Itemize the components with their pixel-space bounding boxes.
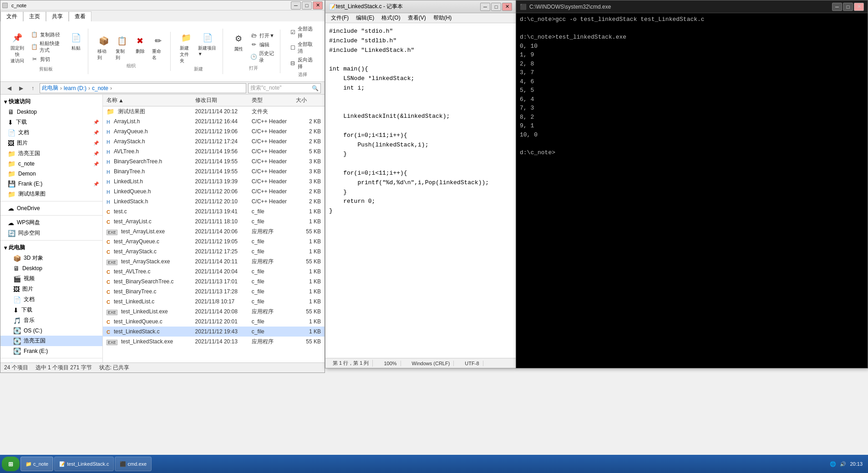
table-row[interactable]: H LinkedStack.h 2021/11/12 20:10 C/C++ H… xyxy=(103,196,325,206)
tab-home[interactable]: 主页 xyxy=(23,11,46,21)
table-row[interactable]: H ArrayStack.h 2021/11/12 17:24 C/C++ He… xyxy=(103,136,325,146)
open-button[interactable]: 🗁 打开▼ xyxy=(249,31,276,40)
sidebar-item-frank2[interactable]: 💽 Frank (E:) xyxy=(0,346,102,356)
table-row[interactable]: H BinarySearchTree.h 2021/11/14 19:55 C/… xyxy=(103,156,325,166)
notepad-menu-view[interactable]: 查看(V) xyxy=(404,13,430,23)
move-button[interactable]: 📦 移动到 xyxy=(96,34,112,62)
sidebar-item-videos[interactable]: 🎬 视频 xyxy=(0,273,102,284)
notepad-editor[interactable]: #include "stdio.h" #include "stdlib.h" #… xyxy=(325,23,516,358)
back-button[interactable]: ◀ xyxy=(4,83,14,93)
sidebar-item-wps[interactable]: ☁ WPS网盘 xyxy=(0,217,102,228)
sidebar-item-documents2[interactable]: 📄 文档 xyxy=(0,294,102,305)
cut-icon: ✂ xyxy=(31,55,38,63)
this-pc-header[interactable]: ▾ 此电脑 xyxy=(0,242,102,253)
sidebar-item-frank[interactable]: 💾 Frank (E:) 📌 xyxy=(0,179,102,189)
deselect-button[interactable]: ☐ 全部取消 xyxy=(288,40,317,55)
col-header-size[interactable]: 大小 xyxy=(294,96,323,104)
table-row[interactable]: H ArrayQueue.h 2021/11/12 19:06 C/C++ He… xyxy=(103,126,325,136)
table-row[interactable]: 📁 测试结果图 2021/11/14 20:12 文件夹 xyxy=(103,106,325,116)
table-row[interactable]: C test_ArrayList.c 2021/11/11 18:10 c_fi… xyxy=(103,216,325,226)
table-row[interactable]: C test_ArrayStack.c 2021/11/12 17:25 c_f… xyxy=(103,247,325,257)
sidebar-item-documents[interactable]: 📄 文档 📌 xyxy=(0,127,102,138)
table-row[interactable]: C test_LinkedQueue.c 2021/11/12 20:01 c_… xyxy=(103,317,325,327)
table-row[interactable]: C test_LinkedStack.c 2021/11/12 19:43 c_… xyxy=(103,327,325,337)
sidebar-item-downloads[interactable]: ⬇ 下载 📌 xyxy=(0,117,102,127)
properties-button[interactable]: ⚙ 属性 xyxy=(230,31,247,53)
sidebar-item-test-results[interactable]: 📁 测试结果图 xyxy=(0,189,102,199)
table-row[interactable]: EXE test_ArrayList.exe 2021/11/14 20:06 … xyxy=(103,226,325,236)
sidebar-item-pictures[interactable]: 🖼 图片 📌 xyxy=(0,138,102,148)
search-input[interactable]: 搜索"c_note" 🔍 xyxy=(248,83,321,93)
sidebar-item-pictures2[interactable]: 🖼 图片 xyxy=(0,284,102,294)
pin-button[interactable]: 📌 固定到快速访问 xyxy=(8,30,27,65)
taskbar-explorer[interactable]: 📁 c_note xyxy=(20,457,53,471)
rename-button[interactable]: ✏ 重命名 xyxy=(150,34,167,62)
table-row[interactable]: C test_ArrayQueue.c 2021/11/12 19:05 c_f… xyxy=(103,236,325,247)
notepad-close[interactable]: ✕ xyxy=(502,3,512,11)
forward-button[interactable]: ▶ xyxy=(16,83,26,93)
address-input[interactable]: 此电脑 › learn (D:) › c_note › xyxy=(40,83,246,93)
table-row[interactable]: C test_BinarySearchTree.c 2021/11/13 17:… xyxy=(103,277,325,287)
sidebar-item-osc[interactable]: 💽 OS (C:) xyxy=(0,326,102,336)
taskbar-cmd[interactable]: ⬛ cmd.exe xyxy=(115,457,152,471)
col-header-name[interactable]: 名称 ▲ xyxy=(105,96,193,104)
table-row[interactable]: C test_BinaryTree.c 2021/11/13 17:28 c_f… xyxy=(103,287,325,297)
invert-select-button[interactable]: ⊟ 反向选择 xyxy=(288,56,317,70)
table-row[interactable]: C test_LinkedList.c 2021/11/8 10:17 c_fi… xyxy=(103,297,325,307)
sidebar-item-desktop2[interactable]: 🖥 Desktop xyxy=(0,263,102,273)
close-button[interactable]: ✕ xyxy=(313,1,323,10)
copy-path-button[interactable]: 📋 复制路径 xyxy=(29,30,66,39)
cmd-content[interactable]: d:\c_note>gcc -o test_linkedStack test_L… xyxy=(516,13,868,368)
sidebar-item-3d[interactable]: 📦 3D 对象 xyxy=(0,253,102,263)
paste-button[interactable]: 📄 粘贴 xyxy=(68,30,84,52)
cmd-close[interactable]: ✕ xyxy=(854,3,864,11)
copy-to-button[interactable]: 📋 复制到 xyxy=(114,34,130,62)
tab-view[interactable]: 查看 xyxy=(69,11,91,21)
cmd-maximize[interactable]: □ xyxy=(843,3,853,11)
sidebar-item-sync[interactable]: 🔄 同步空间 xyxy=(0,228,102,238)
table-row[interactable]: H BinaryTree.h 2021/11/14 19:55 C/C++ He… xyxy=(103,166,325,176)
tab-file[interactable]: 文件 xyxy=(0,11,23,21)
quick-access-header[interactable]: ▾ 快速访问 xyxy=(0,96,102,107)
delete-button[interactable]: ✖ 删除 xyxy=(132,34,148,55)
table-row[interactable]: H LinkedList.h 2021/11/13 19:39 C/C++ He… xyxy=(103,176,325,186)
table-row[interactable]: EXE test_ArrayStack.exe 2021/11/14 20:11… xyxy=(103,257,325,267)
select-all-button[interactable]: ☑ 全部选择 xyxy=(288,25,317,40)
new-folder-button[interactable]: 📁 新建文件夹 xyxy=(178,30,194,65)
new-item-button[interactable]: 📄 新建项目▼ xyxy=(196,30,219,57)
taskbar-notepad[interactable]: 📝 test_LinkedStack.c xyxy=(54,457,114,471)
sidebar-item-desktop[interactable]: 🖥 Desktop xyxy=(0,107,102,117)
cmd-minimize[interactable]: ─ xyxy=(832,3,842,11)
sidebar-item-demon[interactable]: 📁 Demon xyxy=(0,169,102,179)
table-row[interactable]: C test_AVLTree.c 2021/11/14 20:04 c_file… xyxy=(103,267,325,277)
edit-button[interactable]: ✏ 编辑 xyxy=(249,40,276,49)
notepad-menu-edit[interactable]: 编辑(E) xyxy=(352,13,378,23)
maximize-button[interactable]: □ xyxy=(302,1,312,10)
table-row[interactable]: H LinkedQueue.h 2021/11/12 20:06 C/C++ H… xyxy=(103,186,325,196)
paste-shortcut-button[interactable]: 📋 粘贴快捷方式 xyxy=(29,40,66,54)
sidebar-item-downloads2[interactable]: ⬇ 下载 xyxy=(0,305,102,315)
sidebar-item-haoliang[interactable]: 📁 浩亮王国 📌 xyxy=(0,148,102,159)
notepad-menu-help[interactable]: 帮助(H) xyxy=(430,13,456,23)
sidebar-item-cnote[interactable]: 📁 c_note 📌 xyxy=(0,159,102,169)
history-button[interactable]: 🕒 历史记录 xyxy=(249,50,276,64)
notepad-menu-format[interactable]: 格式(O) xyxy=(378,13,404,23)
table-row[interactable]: C test.c 2021/11/13 19:41 c_file 1 KB xyxy=(103,206,325,216)
notepad-maximize[interactable]: □ xyxy=(491,3,501,11)
sidebar-item-music[interactable]: 🎵 音乐 xyxy=(0,315,102,326)
notepad-minimize[interactable]: ─ xyxy=(480,3,490,11)
table-row[interactable]: H AVLTree.h 2021/11/14 19:56 C/C++ Heade… xyxy=(103,146,325,156)
col-header-type[interactable]: 类型 xyxy=(250,96,294,104)
table-row[interactable]: H ArrayList.h 2021/11/12 16:44 C/C++ Hea… xyxy=(103,116,325,126)
sidebar-item-learn[interactable]: 💽 浩亮王国 xyxy=(0,336,102,346)
minimize-button[interactable]: ─ xyxy=(291,1,301,10)
col-header-date[interactable]: 修改日期 xyxy=(193,96,250,104)
table-row[interactable]: EXE test_LinkedStack.exe 2021/11/14 20:1… xyxy=(103,337,325,347)
notepad-menu-file[interactable]: 文件(F) xyxy=(327,13,352,23)
start-button[interactable]: ⊞ xyxy=(2,457,20,471)
table-row[interactable]: EXE test_LinkedList.exe 2021/11/14 20:08… xyxy=(103,307,325,317)
up-button[interactable]: ↑ xyxy=(28,83,38,93)
sidebar-item-onedrive[interactable]: ☁ OneDrive xyxy=(0,203,102,213)
cut-button[interactable]: ✂ 剪切 xyxy=(29,55,66,63)
tab-share[interactable]: 共享 xyxy=(46,11,69,21)
